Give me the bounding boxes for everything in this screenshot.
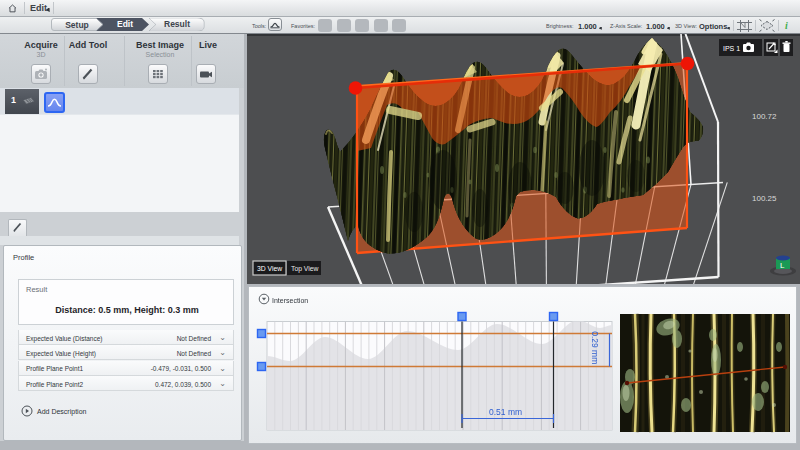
svg-text:0.51 mm: 0.51 mm	[489, 407, 522, 417]
svg-text:L: L	[780, 261, 785, 270]
svg-text:3D View: 3D View	[257, 265, 282, 272]
svg-text:IPS 1: IPS 1	[723, 45, 740, 52]
svg-text:100.25: 100.25	[752, 194, 777, 203]
svg-text:Top View: Top View	[291, 265, 319, 273]
svg-text:0.29 mm: 0.29 mm	[590, 331, 600, 364]
svg-text:100.72: 100.72	[752, 112, 777, 121]
